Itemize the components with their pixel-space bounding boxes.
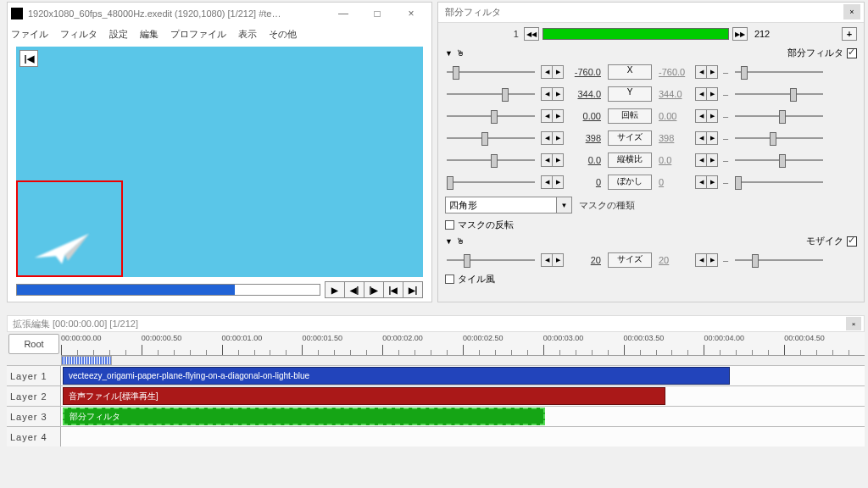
spin-right-icon[interactable]: ▶ bbox=[706, 153, 718, 167]
param-value-2[interactable]: 20 bbox=[657, 255, 691, 265]
spin-right-icon[interactable]: ▶ bbox=[552, 87, 564, 101]
param-slider-left[interactable] bbox=[445, 175, 537, 190]
param-slider-left[interactable] bbox=[445, 64, 537, 80]
param-label-button[interactable]: Y bbox=[608, 86, 652, 102]
param-slider-right[interactable] bbox=[733, 86, 825, 102]
minimize-button[interactable]: — bbox=[326, 4, 360, 23]
param-slider-left[interactable] bbox=[445, 152, 537, 168]
spin-right-icon[interactable]: ▶ bbox=[552, 131, 564, 145]
layer-track[interactable] bbox=[61, 427, 865, 446]
spin-left-icon[interactable]: ◀ bbox=[541, 109, 553, 123]
menu-file[interactable]: ファイル bbox=[11, 28, 48, 41]
root-scene-button[interactable]: Root bbox=[8, 334, 59, 354]
tile-checkbox[interactable] bbox=[445, 274, 454, 284]
filter-panel-close-icon[interactable]: × bbox=[843, 4, 860, 19]
param-slider-right[interactable] bbox=[733, 130, 825, 146]
param-label-button[interactable]: X bbox=[608, 64, 652, 80]
param-slider-right[interactable] bbox=[733, 175, 825, 190]
spin-right-icon[interactable]: ▶ bbox=[552, 153, 564, 167]
menu-view[interactable]: 表示 bbox=[238, 28, 257, 41]
timeline-close-icon[interactable]: × bbox=[846, 317, 861, 330]
spin-left-icon[interactable]: ◀ bbox=[541, 65, 553, 79]
spin-left-icon[interactable]: ◀ bbox=[695, 109, 707, 123]
seek-start-button[interactable]: |◀ bbox=[19, 50, 38, 67]
step-back-button[interactable]: ◀| bbox=[344, 281, 364, 298]
spin-left-icon[interactable]: ◀ bbox=[695, 65, 707, 79]
mask-invert-row[interactable]: マスクの反転 bbox=[438, 217, 864, 233]
spin-right-icon[interactable]: ▶ bbox=[552, 253, 564, 267]
spin-right-icon[interactable]: ▶ bbox=[706, 253, 718, 267]
play-button[interactable]: ▶ bbox=[325, 281, 345, 298]
mask-type-select[interactable]: 四角形 ▼ bbox=[445, 197, 572, 214]
menu-settings[interactable]: 設定 bbox=[109, 28, 128, 41]
menu-edit[interactable]: 編集 bbox=[140, 28, 159, 41]
layer-label[interactable]: Layer 2 bbox=[7, 386, 61, 406]
layer-label[interactable]: Layer 1 bbox=[7, 366, 61, 385]
mask-invert-checkbox[interactable] bbox=[445, 220, 454, 230]
param-slider-left[interactable] bbox=[445, 130, 537, 146]
spin-left-icon[interactable]: ◀ bbox=[695, 253, 707, 267]
add-filter-button[interactable]: + bbox=[842, 27, 857, 41]
param-value-1[interactable]: 398 bbox=[569, 133, 603, 143]
spin-right-icon[interactable]: ▶ bbox=[552, 175, 564, 189]
param-value-2[interactable]: -760.0 bbox=[657, 67, 691, 77]
section-mosaic[interactable]: ▼ 🖱 モザイク bbox=[438, 233, 864, 249]
spin-left-icon[interactable]: ◀ bbox=[695, 87, 707, 101]
spin-right-icon[interactable]: ▶ bbox=[552, 65, 564, 79]
spin-left-icon[interactable]: ◀ bbox=[541, 131, 553, 145]
param-label-button[interactable]: 縦横比 bbox=[608, 152, 652, 168]
param-label-button[interactable]: サイズ bbox=[608, 130, 652, 146]
frame-progress-bar[interactable] bbox=[542, 28, 729, 40]
spin-left-icon[interactable]: ◀ bbox=[541, 153, 553, 167]
last-frame-button[interactable]: ▶| bbox=[403, 281, 423, 298]
layer-track[interactable]: 音声ファイル[標準再生] bbox=[61, 386, 865, 406]
spin-left-icon[interactable]: ◀ bbox=[695, 153, 707, 167]
param-value-1[interactable]: 20 bbox=[569, 255, 603, 265]
layer-track[interactable]: vecteezy_origami-paper-plane-flying-on-a… bbox=[61, 366, 865, 385]
param-slider-right[interactable] bbox=[733, 108, 825, 124]
param-slider-left[interactable] bbox=[445, 108, 537, 124]
frame-next-button[interactable]: ▶▶ bbox=[732, 27, 748, 41]
spin-right-icon[interactable]: ▶ bbox=[706, 175, 718, 189]
audio-clip[interactable]: 音声ファイル[標準再生] bbox=[63, 387, 665, 405]
param-slider-right[interactable] bbox=[733, 252, 825, 268]
param-value-1[interactable]: 344.0 bbox=[569, 89, 603, 99]
spin-right-icon[interactable]: ▶ bbox=[706, 65, 718, 79]
param-value-1[interactable]: -760.0 bbox=[569, 67, 603, 77]
param-value-1[interactable]: 0.00 bbox=[569, 111, 603, 121]
spin-left-icon[interactable]: ◀ bbox=[541, 175, 553, 189]
preview-canvas[interactable]: |◀ bbox=[16, 47, 423, 277]
progress-bar[interactable] bbox=[16, 284, 320, 296]
frame-prev-button[interactable]: ◀◀ bbox=[524, 27, 539, 41]
layer-label[interactable]: Layer 4 bbox=[7, 427, 61, 446]
param-slider-left[interactable] bbox=[445, 86, 537, 102]
param-slider-right[interactable] bbox=[733, 152, 825, 168]
menu-filter[interactable]: フィルタ bbox=[60, 28, 97, 41]
param-value-1[interactable]: 0.0 bbox=[569, 155, 603, 165]
param-slider-left[interactable] bbox=[445, 252, 537, 268]
menu-profile[interactable]: プロファイル bbox=[170, 28, 226, 41]
param-value-2[interactable]: 0.0 bbox=[657, 155, 691, 165]
spin-right-icon[interactable]: ▶ bbox=[552, 109, 564, 123]
layer-label[interactable]: Layer 3 bbox=[7, 407, 61, 426]
spin-left-icon[interactable]: ◀ bbox=[695, 131, 707, 145]
menu-other[interactable]: その他 bbox=[269, 28, 297, 41]
spin-left-icon[interactable]: ◀ bbox=[695, 175, 707, 189]
spin-left-icon[interactable]: ◀ bbox=[541, 87, 553, 101]
section-region-filter[interactable]: ▼ 🖱 部分フィルタ bbox=[438, 45, 864, 61]
param-label-button[interactable]: ぼかし bbox=[608, 175, 652, 190]
scene-thumbnail-strip[interactable] bbox=[61, 356, 112, 365]
param-slider-right[interactable] bbox=[733, 64, 825, 80]
param-value-2[interactable]: 344.0 bbox=[657, 89, 691, 99]
spin-left-icon[interactable]: ◀ bbox=[541, 253, 553, 267]
layer-track[interactable]: 部分フィルタ bbox=[61, 407, 865, 426]
spin-right-icon[interactable]: ▶ bbox=[706, 87, 718, 101]
timeline-ruler[interactable]: 00:00:00.0000:00:00.5000:00:01.0000:00:0… bbox=[61, 332, 865, 356]
param-label-button[interactable]: サイズ bbox=[608, 252, 652, 268]
section-enable-checkbox[interactable] bbox=[847, 236, 857, 247]
close-button[interactable]: × bbox=[394, 4, 428, 23]
spin-right-icon[interactable]: ▶ bbox=[706, 131, 718, 145]
param-value-1[interactable]: 0 bbox=[569, 177, 603, 187]
spin-right-icon[interactable]: ▶ bbox=[706, 109, 718, 123]
tile-row[interactable]: タイル風 bbox=[438, 271, 864, 287]
